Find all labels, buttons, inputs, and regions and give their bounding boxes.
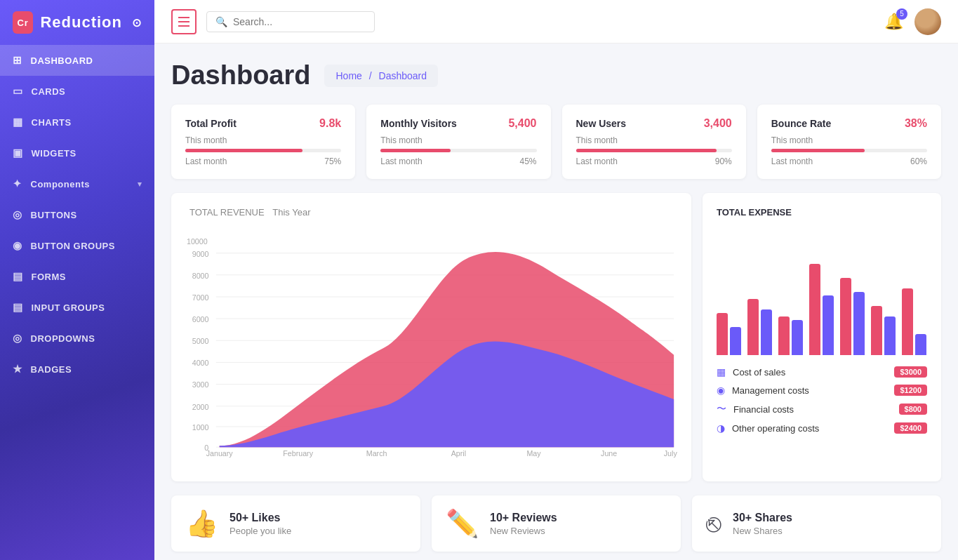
bar-group-5 — [840, 278, 865, 355]
svg-text:6000: 6000 — [192, 315, 209, 324]
header-right: 🔔 5 — [884, 8, 941, 35]
expense-card: TOTAL EXPENSE — [703, 193, 941, 481]
other-costs-icon: ◑ — [717, 422, 725, 434]
this-month-label-1: This month — [380, 135, 536, 145]
legend-badge-other-costs: $2400 — [894, 422, 927, 434]
avatar[interactable] — [914, 8, 941, 35]
cards-icon: ▭ — [13, 85, 23, 98]
this-month-label-2: This month — [576, 135, 732, 145]
sidebar-item-components[interactable]: ✦ Components ▾ — [0, 168, 154, 199]
sidebar-item-cards[interactable]: ▭ CARDS — [0, 76, 154, 107]
svg-text:9000: 9000 — [192, 250, 209, 258]
sidebar-logo[interactable]: Cr Reduction ⊙ — [0, 0, 154, 45]
sidebar-item-buttons[interactable]: ◎ BUTTONS — [0, 199, 154, 230]
search-input[interactable] — [233, 16, 366, 27]
svg-text:July: July — [664, 449, 677, 458]
likes-count: 50+ Likes — [229, 512, 291, 524]
last-month-label-0: Last month — [185, 156, 227, 166]
progress-bar-fill-0 — [185, 149, 302, 152]
avatar-image — [914, 8, 941, 35]
chevron-down-icon: ▾ — [138, 180, 142, 189]
stat-value-bounce-rate: 38% — [905, 117, 927, 130]
charts-icon: ▦ — [13, 116, 23, 128]
sidebar-item-dropdowns[interactable]: ◎ DROPDOWNS — [0, 323, 154, 354]
legend-label-financial-costs: Financial costs — [733, 404, 794, 415]
sidebar-item-dashboard[interactable]: ⊞ DASHBOARD — [0, 45, 154, 76]
badges-icon: ★ — [13, 363, 22, 375]
sidebar-item-badges[interactable]: ★ BADGES — [0, 354, 154, 385]
sidebar-item-charts[interactable]: ▦ CHARTS — [0, 107, 154, 138]
stat-card-new-users: New Users 3,400 This month Last month 90… — [562, 105, 746, 179]
sidebar-item-label: BUTTON GROUPS — [31, 241, 115, 251]
legend-label-other-costs: Other operating costs — [732, 423, 819, 434]
svg-text:3000: 3000 — [192, 380, 209, 389]
search-box[interactable]: 🔍 — [206, 11, 375, 32]
stat-value-total-profit: 9.8k — [319, 117, 341, 130]
logo-text: Reduction — [40, 13, 122, 32]
expense-legend: ▦ Cost of sales $3000 ◉ Management costs… — [717, 366, 927, 434]
bar-group-1 — [717, 313, 742, 355]
stat-title-bounce-rate: Bounce Rate — [771, 118, 832, 129]
legend-badge-management-costs: $1200 — [894, 385, 927, 396]
sidebar-item-label: Components — [31, 179, 90, 189]
svg-text:May: May — [526, 449, 541, 458]
svg-text:January: January — [206, 449, 234, 458]
cost-of-sales-icon: ▦ — [717, 366, 726, 378]
legend-label-cost-of-sales: Cost of sales — [733, 367, 785, 378]
sidebar-item-label: BADGES — [31, 364, 72, 375]
legend-item-financial-costs: 〜 Financial costs $800 — [717, 403, 927, 415]
bottom-card-likes: 👍 50+ Likes People you like — [171, 495, 420, 552]
progress-bar-bg-1 — [380, 149, 536, 152]
shares-count: 30+ Shares — [733, 512, 792, 524]
bar-group-6 — [871, 306, 896, 355]
progress-bar-fill-1 — [380, 149, 451, 152]
last-month-label-3: Last month — [771, 156, 813, 166]
buttons-icon: ◎ — [13, 208, 22, 221]
stat-card-bounce-rate: Bounce Rate 38% This month Last month 60… — [757, 105, 941, 179]
breadcrumb-home[interactable]: Home — [335, 70, 361, 81]
stat-title-new-users: New Users — [576, 118, 627, 129]
sidebar-item-button-groups[interactable]: ◉ BUTTON GROUPS — [0, 230, 154, 261]
bar-group-2 — [747, 299, 773, 355]
likes-label: People you like — [229, 526, 291, 536]
shares-label: New Shares — [733, 526, 792, 536]
forms-icon: ▤ — [13, 270, 23, 283]
legend-label-management-costs: Management costs — [732, 385, 809, 396]
reviews-info: 10+ Reviews New Reviews — [490, 512, 557, 536]
legend-item-cost-of-sales: ▦ Cost of sales $3000 — [717, 366, 927, 378]
last-month-label-2: Last month — [576, 156, 618, 166]
last-month-pct-2: 90% — [715, 156, 732, 166]
github-icon: ⊙ — [132, 16, 142, 29]
sidebar-item-widgets[interactable]: ▣ WIDGETS — [0, 138, 154, 168]
input-groups-icon: ▤ — [13, 301, 23, 314]
components-icon: ✦ — [13, 178, 22, 190]
breadcrumb: Home / Dashboard — [324, 65, 438, 87]
sidebar-item-input-groups[interactable]: ▤ INPUT GROUPS — [0, 292, 154, 323]
legend-item-management-costs: ◉ Management costs $1200 — [717, 385, 927, 396]
main-content: 🔍 🔔 5 Dashboard Home / Dashboard — [154, 0, 958, 560]
bottom-card-reviews: ✏️ 10+ Reviews New Reviews — [432, 495, 681, 552]
shares-info: 30+ Shares New Shares — [733, 512, 792, 536]
hamburger-button[interactable] — [171, 9, 197, 34]
sidebar-item-label: FORMS — [32, 272, 66, 282]
breadcrumb-separator: / — [369, 70, 372, 81]
svg-text:8000: 8000 — [192, 272, 209, 280]
stat-cards-grid: Total Profit 9.8k This month Last month … — [171, 105, 941, 179]
revenue-title: TOTAL REVENUE This Year — [185, 207, 677, 218]
sidebar-navigation: ⊞ DASHBOARD ▭ CARDS ▦ CHARTS ▣ WIDGETS ✦… — [0, 45, 154, 385]
this-month-label-3: This month — [771, 135, 927, 145]
content-area: Dashboard Home / Dashboard Total Profit … — [154, 44, 958, 560]
sidebar: Cr Reduction ⊙ ⊞ DASHBOARD ▭ CARDS ▦ CHA… — [0, 0, 154, 560]
shares-icon: ⎋ — [706, 509, 721, 538]
svg-text:2000: 2000 — [192, 403, 209, 411]
reviews-label: New Reviews — [490, 526, 557, 536]
svg-text:4000: 4000 — [192, 359, 209, 367]
bar-group-7 — [902, 288, 927, 355]
svg-text:March: March — [366, 449, 387, 458]
sidebar-item-forms[interactable]: ▤ FORMS — [0, 261, 154, 292]
notification-button[interactable]: 🔔 5 — [884, 13, 903, 31]
svg-text:10000: 10000 — [187, 237, 208, 246]
sidebar-item-label: CHARTS — [32, 117, 72, 128]
svg-text:February: February — [283, 449, 313, 458]
header: 🔍 🔔 5 — [154, 0, 958, 44]
